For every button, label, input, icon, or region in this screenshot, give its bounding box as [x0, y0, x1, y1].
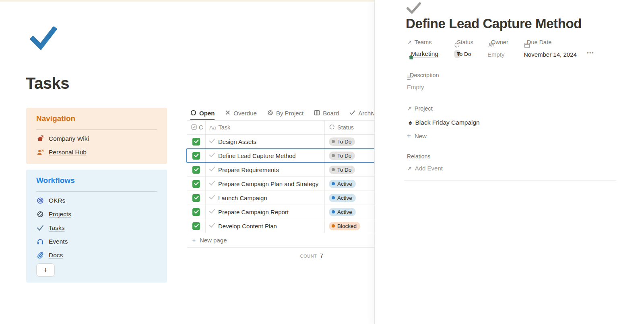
new-label: New — [415, 133, 427, 139]
status-pill[interactable]: Active — [329, 180, 356, 188]
sidebar-item-personal-hub[interactable]: Personal Hub — [36, 146, 161, 159]
add-event-button[interactable]: ↗ Add Event — [407, 165, 443, 172]
task-check-icon — [209, 166, 215, 173]
sidebar-item-projects[interactable]: Projects — [36, 207, 161, 221]
status-pill[interactable]: To Do — [329, 166, 355, 174]
tab-overdue[interactable]: Overdue — [225, 107, 257, 120]
sidebar-item-tasks[interactable]: Tasks — [36, 221, 161, 235]
property-owner[interactable]: Owner — [488, 39, 508, 46]
add-workflow-button[interactable]: + — [36, 263, 55, 277]
sidebar-item-label: Personal Hub — [49, 149, 87, 156]
task-title[interactable]: Launch Campaign — [218, 195, 267, 201]
status-dot — [332, 224, 335, 228]
count-footer[interactable]: COUNT 7 — [187, 252, 323, 259]
teams-value[interactable]: Marketing — [408, 49, 438, 58]
checkbox-checked[interactable] — [192, 194, 200, 202]
sidebar-item-okrs[interactable]: OKRs — [36, 194, 161, 207]
new-relation-button[interactable]: + New — [407, 132, 427, 140]
sidebar-item-label: Company Wiki — [49, 135, 89, 142]
property-teams[interactable]: ↗ Teams — [407, 39, 431, 46]
table-row-selected[interactable]: Define Lead Capture Method To Do — [187, 149, 374, 163]
status-pill[interactable]: Blocked — [329, 222, 360, 230]
plus-icon: + — [43, 266, 47, 275]
owner-value[interactable]: Empty — [487, 50, 505, 59]
status-pill[interactable]: Active — [329, 208, 356, 216]
property-label: Project — [415, 105, 433, 112]
project-link[interactable]: Black Friday Campaign — [415, 119, 480, 126]
table-row[interactable]: Launch Campaign Active — [187, 191, 374, 205]
checkbox-checked[interactable] — [192, 208, 200, 216]
view-tabs: Open Overdue By Project Board Archive — [187, 107, 374, 121]
description-value[interactable]: Empty — [407, 84, 424, 90]
status-label: To Do — [337, 167, 351, 173]
task-title[interactable]: Prepare Campaign Plan and Strategy — [218, 180, 318, 187]
tasks-database: Open Overdue By Project Board Archive — [187, 107, 374, 259]
status-pill[interactable]: To Do — [454, 50, 460, 58]
header-status-column[interactable]: Status — [325, 121, 374, 134]
property-label: Due Date — [527, 39, 551, 45]
table-header: C Aa Task Status — [187, 121, 374, 135]
header-checkbox-column[interactable]: C — [187, 121, 206, 134]
text-property-icon: Aa — [209, 125, 216, 131]
main-page: Tasks Navigation Company Wiki Personal H… — [0, 0, 374, 324]
tab-open[interactable]: Open — [190, 107, 215, 120]
task-detail-title[interactable]: Define Lead Capture Method — [406, 16, 582, 31]
task-check-icon — [209, 138, 215, 145]
count-value: 7 — [320, 252, 323, 259]
checkbox-checked[interactable] — [192, 222, 200, 230]
sidebar-item-docs[interactable]: Docs — [36, 248, 161, 262]
status-pill[interactable]: To Do — [329, 137, 355, 146]
new-page-label: New page — [200, 237, 227, 244]
header-task-column[interactable]: Aa Task — [206, 121, 325, 134]
sidebar-item-company-wiki[interactable]: Company Wiki — [36, 132, 161, 146]
plus-icon: + — [407, 132, 411, 140]
table-row[interactable]: Design Assets To Do — [187, 135, 374, 149]
tab-by-project[interactable]: By Project — [267, 107, 303, 120]
checkbox-checked[interactable] — [192, 138, 200, 146]
headphones-icon — [36, 238, 44, 245]
status-pill[interactable]: Active — [329, 194, 356, 202]
new-page-button[interactable]: + New page — [187, 233, 374, 248]
navigation-card-title: Navigation — [36, 114, 75, 123]
property-description[interactable]: Description — [407, 72, 439, 79]
property-label: Description — [410, 72, 439, 78]
checkbox-checked[interactable] — [192, 180, 200, 188]
task-title[interactable]: Define Lead Capture Method — [218, 152, 296, 159]
status-dot — [332, 182, 335, 185]
property-due-date[interactable]: Due Date — [524, 39, 551, 46]
tab-archive[interactable]: Archive — [349, 107, 374, 120]
due-date-value[interactable]: November 14, 2024 — [524, 50, 577, 59]
task-title[interactable]: Develop Content Plan — [218, 223, 277, 230]
table-row[interactable]: Prepare Campaign Plan and Strategy Activ… — [187, 177, 374, 191]
checkbox-checked[interactable] — [192, 152, 200, 160]
task-title[interactable]: Prepare Campaign Report — [218, 209, 289, 215]
property-status[interactable]: Status — [454, 39, 473, 46]
status-pill[interactable]: To Do — [329, 152, 355, 160]
task-check-icon — [209, 194, 215, 201]
workflows-card-title: Workflows — [36, 176, 75, 185]
check-icon — [349, 110, 355, 117]
table-row[interactable]: Prepare Campaign Report Active — [187, 205, 374, 219]
task-check-icon — [209, 208, 215, 215]
table-row[interactable]: Develop Content Plan Blocked — [187, 219, 374, 233]
task-title[interactable]: Design Assets — [218, 138, 256, 145]
table-row[interactable]: Prepare Requirements To Do — [187, 163, 374, 177]
status-label: Active — [337, 195, 352, 201]
sidebar-item-label: Projects — [49, 211, 71, 218]
status-label: To Do — [457, 51, 471, 57]
tasks-page-check-icon[interactable] — [30, 27, 57, 51]
task-title[interactable]: Prepare Requirements — [218, 166, 279, 173]
project-value[interactable]: ♠ Black Friday Campaign — [409, 118, 480, 127]
teams-link[interactable]: Marketing — [411, 50, 438, 57]
property-project[interactable]: ↗ Project — [407, 105, 433, 112]
sidebar-item-label: OKRs — [49, 197, 65, 204]
sidebar-item-events[interactable]: Events — [36, 235, 161, 248]
page-title: Tasks — [26, 74, 69, 92]
checkbox-checked[interactable] — [192, 166, 200, 174]
status-property-icon — [329, 124, 335, 131]
tab-label: By Project — [276, 110, 303, 117]
add-event-label: Add Event — [415, 165, 443, 172]
checkbox-property-icon — [191, 124, 197, 131]
status-value[interactable]: To Do — [454, 49, 460, 58]
tab-board[interactable]: Board — [314, 107, 339, 120]
